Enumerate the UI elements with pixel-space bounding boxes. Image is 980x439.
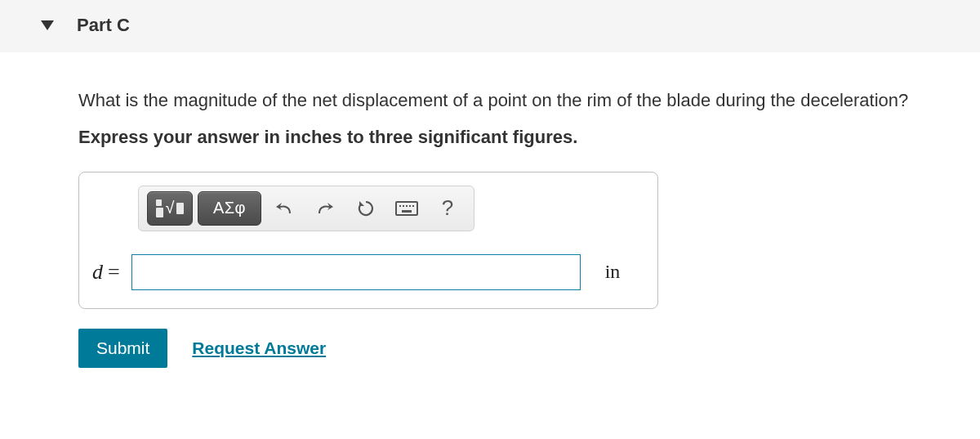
undo-icon	[274, 200, 294, 217]
variable-symbol: d	[92, 260, 103, 284]
unit-label: in	[605, 261, 621, 283]
reset-button[interactable]	[348, 192, 384, 225]
greek-symbols-button[interactable]: ΑΣφ	[198, 191, 261, 226]
help-button[interactable]: ?	[430, 192, 466, 225]
keyboard-icon	[395, 201, 418, 216]
help-icon: ?	[442, 195, 453, 221]
templates-icon: √	[156, 199, 185, 217]
undo-button[interactable]	[266, 192, 302, 225]
part-title: Part C	[77, 15, 130, 36]
reset-icon	[356, 199, 376, 218]
request-answer-link[interactable]: Request Answer	[192, 338, 326, 358]
variable-label: d =	[92, 260, 120, 284]
action-row: Submit Request Answer	[78, 329, 980, 368]
collapse-arrow-icon	[41, 20, 54, 30]
keyboard-button[interactable]	[389, 192, 425, 225]
submit-button[interactable]: Submit	[78, 329, 167, 368]
answer-box: √ ΑΣφ	[78, 172, 658, 309]
answer-input[interactable]	[131, 254, 581, 290]
answer-row: d = in	[92, 254, 644, 290]
redo-icon	[315, 200, 335, 217]
question-instruction: Express your answer in inches to three s…	[78, 125, 980, 150]
content-area: What is the magnitude of the net displac…	[0, 52, 980, 368]
equals-sign: =	[108, 260, 120, 284]
templates-button[interactable]: √	[147, 191, 193, 226]
redo-button[interactable]	[307, 192, 343, 225]
part-header[interactable]: Part C	[0, 0, 980, 52]
equation-toolbar: √ ΑΣφ	[138, 186, 474, 231]
question-prompt: What is the magnitude of the net displac…	[78, 88, 980, 114]
